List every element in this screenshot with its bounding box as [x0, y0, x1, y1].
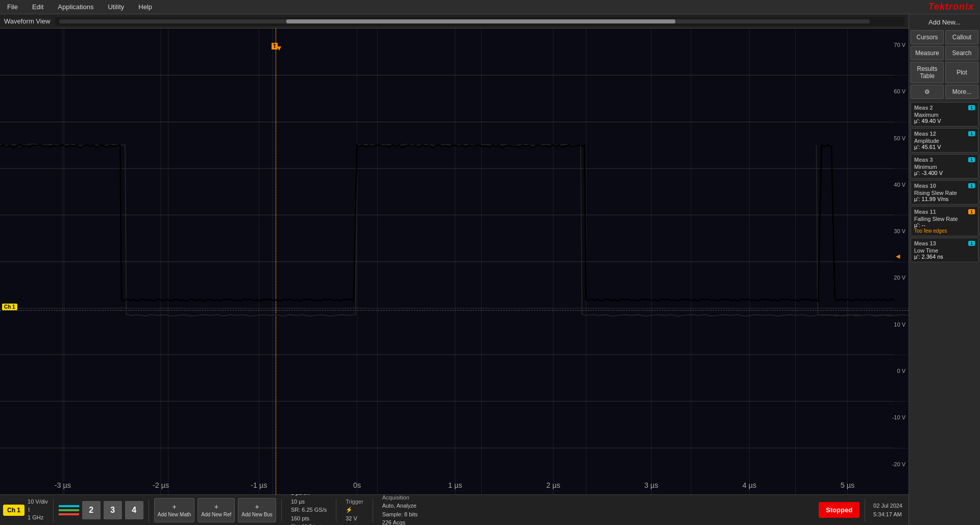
meas-card-2[interactable]: Meas 2 1 Maximum µ': 49.40 V	[911, 102, 978, 127]
acq-mode: Auto, Analyze	[382, 502, 418, 510]
search-button[interactable]: Search	[945, 46, 978, 60]
meas-12-badge: 1	[968, 131, 975, 136]
bottom-bar: Ch 1 10 V/div ⌇ 1 GHz 2 3 4 + Add New Ma	[0, 494, 909, 525]
add-bus-label: Add New Bus	[241, 511, 273, 518]
horizontal-total-time: 10 µs	[291, 497, 327, 506]
measure-search-row: Measure Search	[911, 46, 978, 60]
settings-more-row: ⚙ More...	[911, 85, 978, 99]
plot-button[interactable]: Plot	[945, 62, 978, 83]
more-button[interactable]: More...	[945, 85, 978, 99]
ch1-coupling: ⌇	[28, 506, 48, 514]
scroll-track[interactable]	[59, 19, 870, 23]
meas-3-badge: 1	[968, 157, 975, 162]
meas-2-name: Maximum	[914, 112, 975, 118]
scope-view[interactable]: ▼ T ◄ 70 V 60 V 50 V 40 V 30 V 20 V 10 V…	[0, 29, 909, 494]
date-display: 02 Jul 2024	[873, 502, 902, 510]
svg-text:1 µs: 1 µs	[448, 481, 462, 489]
measurements-list: Meas 2 1 Maximum µ': 49.40 V Meas 12 1 A…	[909, 101, 980, 264]
time-display: 5:34:17 AM	[873, 510, 902, 519]
sep5	[373, 499, 373, 521]
svg-text:-2 µs: -2 µs	[153, 481, 169, 489]
meas-2-badge: 1	[968, 105, 975, 110]
meas-12-value: µ': 45.61 V	[914, 144, 975, 150]
ch4-badge[interactable]: 4	[125, 501, 143, 519]
horizontal-rl: RL: 62.5 kpts	[291, 522, 327, 525]
add-bus-plus: +	[255, 502, 259, 511]
scroll-bar[interactable]	[55, 17, 904, 26]
meas-11-header: Meas 11 1	[914, 209, 975, 215]
meas-card-12[interactable]: Meas 12 1 Amplitude µ': 45.61 V	[911, 128, 978, 153]
menubar: File Edit Applications Utility Help Tekt…	[0, 0, 980, 14]
meas-3-name: Minimum	[914, 164, 975, 170]
meas-13-header: Meas 13 1	[914, 240, 975, 246]
menu-file[interactable]: File	[0, 1, 25, 13]
callout-button[interactable]: Callout	[945, 30, 978, 44]
horizontal-pts: 160 pts	[291, 514, 327, 523]
measure-button[interactable]: Measure	[911, 46, 944, 60]
settings-button[interactable]: ⚙	[911, 85, 944, 99]
meas-13-badge: 1	[968, 241, 975, 246]
meas-3-title: Meas 3	[914, 157, 933, 163]
ch2-badge[interactable]: 2	[82, 501, 101, 519]
ch2-line	[59, 505, 79, 507]
sep3	[281, 499, 282, 521]
datetime-display: 02 Jul 2024 5:34:17 AM	[870, 502, 905, 518]
ch3-badge[interactable]: 3	[104, 501, 122, 519]
menu-help[interactable]: Help	[131, 1, 159, 13]
ch1-vdiv: 10 V/div	[28, 498, 48, 506]
meas-card-3[interactable]: Meas 3 1 Minimum µ': -3.400 V	[911, 154, 978, 179]
meas-11-warn: Too few edges	[914, 228, 975, 234]
meas-10-value: µ': 11.99 V/ns	[914, 196, 975, 202]
acquisition-info: Acquisition Auto, Analyze Sample: 8 bits…	[378, 493, 422, 526]
meas-card-10[interactable]: Meas 10 1 Rising Slew Rate µ': 11.99 V/n…	[911, 180, 978, 205]
meas-11-name: Falling Slew Rate	[914, 216, 975, 222]
main-layout: Waveform View ▼ T ◄ 70 V 60 V 50 V 40	[0, 14, 980, 525]
meas-2-title: Meas 2	[914, 105, 933, 111]
scroll-thumb[interactable]	[286, 19, 675, 23]
add-new-btn[interactable]: Add New...	[909, 14, 980, 30]
svg-text:2 µs: 2 µs	[546, 481, 560, 489]
ch3-line	[59, 509, 79, 511]
meas-2-header: Meas 2 1	[914, 105, 975, 111]
meas-13-title: Meas 13	[914, 240, 936, 246]
meas-13-name: Low Time	[914, 247, 975, 254]
acq-sample: Sample: 8 bits	[382, 510, 418, 519]
ch1-details: 10 V/div ⌇ 1 GHz	[28, 498, 48, 521]
add-ref-label: Add New Ref	[201, 511, 231, 518]
ch1-color-badge[interactable]: Ch 1	[3, 505, 24, 516]
menu-edit[interactable]: Edit	[25, 1, 51, 13]
horizontal-sample-rate: SR: 6.25 GS/s	[291, 506, 327, 514]
sep6	[865, 499, 865, 521]
meas-12-title: Meas 12	[914, 131, 936, 137]
cursors-button[interactable]: Cursors	[911, 30, 944, 44]
svg-text:-1 µs: -1 µs	[251, 481, 267, 489]
meas-10-title: Meas 10	[914, 183, 936, 189]
add-ref-button[interactable]: + Add New Ref	[198, 498, 235, 522]
trigger-voltage: 32 V	[346, 514, 363, 523]
add-math-plus: +	[172, 502, 176, 511]
waveform-svg-main: -3 µs -2 µs -1 µs 0s 1 µs 2 µs 3 µs 4 µs…	[0, 29, 894, 494]
menu-utility[interactable]: Utility	[101, 1, 131, 13]
waveform-header: Waveform View	[0, 14, 909, 29]
svg-text:4 µs: 4 µs	[743, 481, 756, 489]
svg-text:0s: 0s	[353, 481, 361, 489]
cursors-callout-row: Cursors Callout	[911, 30, 978, 44]
stopped-button[interactable]: Stopped	[819, 502, 860, 518]
menu-applications[interactable]: Applications	[51, 1, 101, 13]
channel-lines	[59, 505, 79, 515]
add-bus-button[interactable]: + Add New Bus	[238, 498, 276, 522]
ch1-bandwidth: 1 GHz	[28, 514, 48, 521]
trigger-icon: ⚡	[346, 506, 363, 514]
add-math-button[interactable]: + Add New Math	[154, 498, 195, 522]
ch4-line	[59, 513, 79, 515]
meas-card-13[interactable]: Meas 13 1 Low Time µ': 2.364 ns	[911, 238, 978, 262]
meas-card-11[interactable]: Meas 11 1 Falling Slew Rate µ': -- Too f…	[911, 206, 978, 236]
waveform-title: Waveform View	[4, 17, 50, 25]
sep1	[53, 499, 54, 521]
waveform-area: Waveform View ▼ T ◄ 70 V 60 V 50 V 40	[0, 14, 909, 525]
tektronix-logo: Tektronix	[928, 2, 974, 12]
ch1-badge[interactable]: Ch 1	[2, 304, 17, 310]
results-table-button[interactable]: Results Table	[911, 62, 944, 83]
meas-11-title: Meas 11	[914, 209, 936, 215]
meas-13-value: µ': 2.364 ns	[914, 254, 975, 260]
